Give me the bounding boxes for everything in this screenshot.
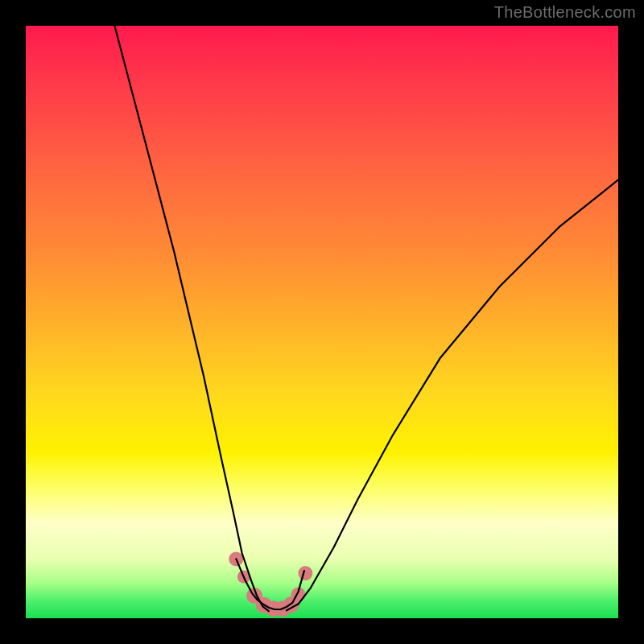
curve-left-branch <box>114 26 268 611</box>
plot-area <box>26 26 618 618</box>
lines-group <box>114 26 618 611</box>
curve-right-branch <box>287 180 618 610</box>
marker-dot <box>298 566 312 580</box>
chart-svg <box>26 26 618 618</box>
watermark-text: TheBottleneck.com <box>494 3 636 22</box>
chart-frame: TheBottleneck.com <box>0 0 644 644</box>
